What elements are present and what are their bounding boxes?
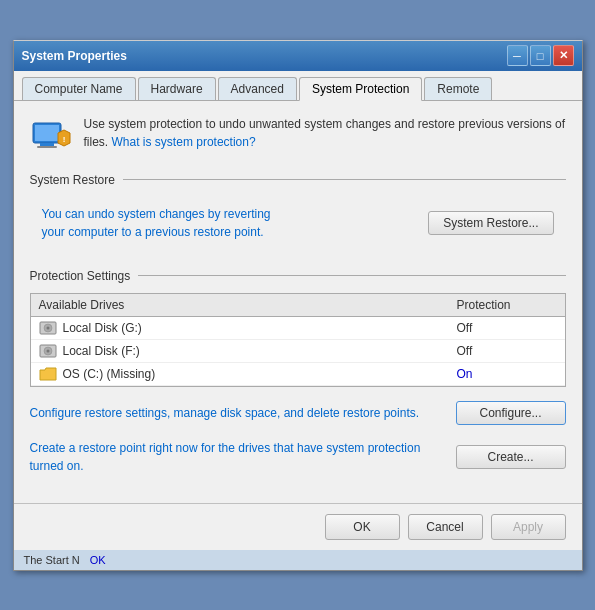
create-button[interactable]: Create... [456, 445, 566, 469]
tab-content: ! Use system protection to undo unwanted… [14, 101, 582, 503]
info-section: ! Use system protection to undo unwanted… [30, 115, 566, 157]
info-link[interactable]: What is system protection? [112, 135, 256, 149]
system-restore-box: You can undo system changes by reverting… [30, 197, 566, 253]
drive-protection: Off [457, 344, 557, 358]
footer: OK Cancel Apply [14, 503, 582, 550]
tab-hardware[interactable]: Hardware [138, 77, 216, 100]
close-button[interactable]: ✕ [553, 45, 574, 66]
table-header: Available Drives Protection [31, 294, 565, 317]
folder-icon [39, 366, 57, 382]
tab-bar: Computer Name Hardware Advanced System P… [14, 71, 582, 101]
svg-rect-1 [35, 125, 59, 141]
apply-button[interactable]: Apply [491, 514, 566, 540]
table-row[interactable]: Local Disk (G:) Off [31, 317, 565, 340]
system-restore-header: System Restore [30, 173, 566, 187]
status-bar: The Start N OK [14, 550, 582, 570]
tab-remote[interactable]: Remote [424, 77, 492, 100]
info-text: Use system protection to undo unwanted s… [84, 115, 566, 151]
minimize-button[interactable]: ─ [507, 45, 528, 66]
system-properties-window: System Properties ─ □ ✕ Computer Name Ha… [13, 40, 583, 571]
status-text: The Start N [24, 554, 80, 566]
drive-protection: On [457, 367, 557, 381]
drive-name: Local Disk (G:) [63, 321, 457, 335]
system-restore-title: System Restore [30, 173, 123, 187]
status-ok-link[interactable]: OK [90, 554, 106, 566]
column-header-protection: Protection [457, 298, 557, 312]
configure-section: Configure restore settings, manage disk … [30, 401, 566, 425]
maximize-button[interactable]: □ [530, 45, 551, 66]
table-row[interactable]: OS (C:) (Missing) On [31, 363, 565, 386]
window-title: System Properties [22, 49, 127, 63]
disk-icon [39, 320, 57, 336]
svg-text:!: ! [62, 135, 65, 144]
column-header-drives: Available Drives [39, 298, 457, 312]
section-divider [123, 179, 566, 180]
svg-point-8 [46, 326, 49, 329]
system-restore-description: You can undo system changes by reverting… [42, 205, 419, 241]
protection-settings-header: Protection Settings [30, 269, 566, 283]
title-bar: System Properties ─ □ ✕ [14, 41, 582, 71]
configure-button[interactable]: Configure... [456, 401, 566, 425]
protection-divider [138, 275, 565, 276]
create-section: Create a restore point right now for the… [30, 439, 566, 475]
system-restore-button[interactable]: System Restore... [428, 211, 553, 235]
svg-rect-3 [37, 146, 57, 148]
create-description: Create a restore point right now for the… [30, 439, 446, 475]
drive-name: OS (C:) (Missing) [63, 367, 457, 381]
drives-list[interactable]: Local Disk (G:) Off Local Disk (F:) Off [31, 317, 565, 386]
protection-table: Available Drives Protection Local Disk (… [30, 293, 566, 387]
disk-icon [39, 343, 57, 359]
tab-system-protection[interactable]: System Protection [299, 77, 422, 101]
svg-point-11 [46, 349, 49, 352]
configure-description: Configure restore settings, manage disk … [30, 404, 446, 422]
drive-protection: Off [457, 321, 557, 335]
table-row[interactable]: Local Disk (F:) Off [31, 340, 565, 363]
protection-settings-title: Protection Settings [30, 269, 139, 283]
tab-computer-name[interactable]: Computer Name [22, 77, 136, 100]
window-controls: ─ □ ✕ [507, 45, 574, 66]
svg-rect-2 [40, 143, 54, 146]
ok-button[interactable]: OK [325, 514, 400, 540]
system-protection-icon: ! [30, 115, 72, 157]
tab-advanced[interactable]: Advanced [218, 77, 297, 100]
drive-name: Local Disk (F:) [63, 344, 457, 358]
cancel-button[interactable]: Cancel [408, 514, 483, 540]
